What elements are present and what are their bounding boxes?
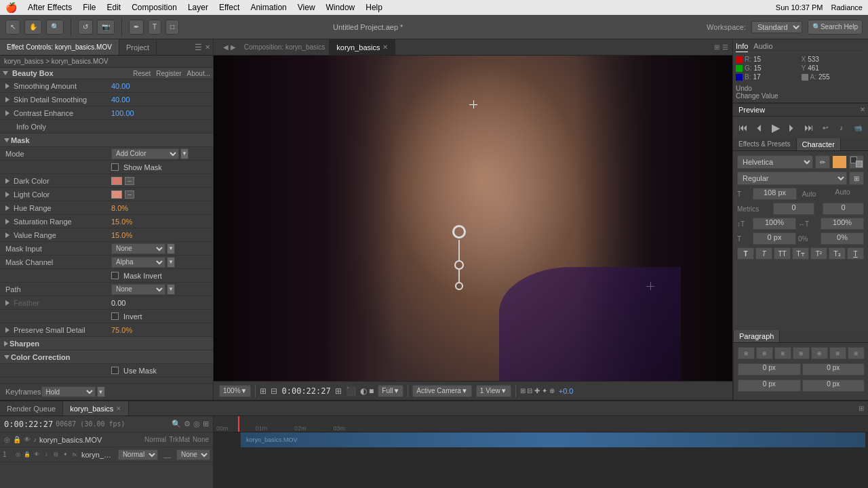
caps-btn[interactable]: TT — [774, 247, 791, 260]
italic-btn[interactable]: T — [755, 247, 772, 260]
style-select[interactable]: Regular — [737, 171, 847, 185]
preview-close[interactable]: ✕ — [857, 104, 868, 116]
layer-effects-icon[interactable]: fx — [71, 451, 79, 459]
vert-scale-value[interactable]: 100% — [753, 218, 796, 230]
preserve-value[interactable]: 75.0% — [111, 326, 210, 334]
tl-search-icon[interactable]: 🔍 — [172, 420, 181, 428]
mask-channel-select[interactable]: Alpha — [111, 257, 165, 268]
timeline-tab-close[interactable]: ✕ — [116, 405, 121, 412]
menu-view[interactable]: View — [298, 3, 315, 12]
contrast-toggle[interactable] — [5, 110, 9, 116]
layer-mode-select[interactable]: Normal — [118, 449, 158, 460]
tl-settings-icon[interactable]: ⚙ — [184, 420, 191, 428]
menu-animation[interactable]: Animation — [250, 3, 286, 12]
justify-all-btn[interactable]: ≡ — [811, 347, 828, 359]
font-color2-btn[interactable] — [849, 155, 864, 169]
layer-collapse-icon[interactable]: ⊟ — [52, 451, 60, 459]
toolbar-rotate[interactable]: ↺ — [78, 20, 93, 35]
toolbar-shape[interactable]: □ — [165, 20, 179, 35]
justify-left-btn[interactable]: ≡ — [829, 347, 846, 359]
toolbar-camera[interactable]: 📷 — [97, 20, 115, 35]
effect-reset[interactable]: Reset — [133, 70, 151, 77]
bold-btn[interactable]: T — [737, 247, 754, 260]
tab-timeline-koryn[interactable]: koryn_basics ✕ — [63, 401, 129, 415]
sub-btn[interactable]: T₂ — [829, 247, 846, 260]
next-frame-btn[interactable]: ⏵ — [786, 121, 798, 134]
pixel-icon[interactable]: ⊟ — [271, 386, 277, 396]
camera-select[interactable]: Active Camera ▼ — [412, 385, 471, 397]
indent-left-field[interactable]: 0 px — [738, 363, 801, 375]
effect-section-toggle[interactable] — [3, 71, 8, 75]
tsumi-value[interactable]: 0% — [821, 232, 864, 245]
auto-value[interactable]: Auto — [821, 188, 864, 200]
mask-toggle[interactable] — [4, 138, 9, 142]
tab-effect-controls[interactable]: Effect Controls: koryn_basics.MOV — [0, 39, 119, 55]
size-value[interactable]: 108 px — [753, 188, 797, 200]
tl-motion-blur[interactable]: ◎ — [193, 420, 200, 428]
baseline-value[interactable]: 0 px — [753, 232, 796, 245]
play-btn[interactable]: ▶ — [770, 121, 782, 134]
comp-tab-active[interactable]: koryn_basics ✕ — [330, 39, 395, 55]
comp-tab-close[interactable]: ✕ — [382, 43, 388, 51]
mask-invert-checkbox[interactable] — [111, 272, 119, 279]
menu-edit[interactable]: Edit — [106, 3, 121, 12]
metrics-value[interactable]: 0 — [773, 203, 814, 215]
val-range-toggle[interactable] — [5, 232, 9, 238]
tab-paragraph[interactable]: Paragraph — [734, 330, 780, 342]
last-frame-btn[interactable]: ⏭ — [803, 121, 815, 134]
indent-right-field[interactable]: 0 px — [802, 363, 865, 375]
view-select[interactable]: 1 View ▼ — [476, 385, 511, 397]
super-btn[interactable]: T² — [810, 247, 827, 260]
dark-color-swatch[interactable] — [111, 177, 122, 185]
quality-select[interactable]: Full ▼ — [378, 385, 403, 397]
layer-solo-icon[interactable]: ◎ — [14, 451, 22, 459]
comp-panel-menu[interactable]: ☰ — [722, 43, 728, 51]
light-color-swatch[interactable] — [111, 190, 122, 199]
layer-vis-icon[interactable]: 👁 — [33, 451, 41, 459]
search-help[interactable]: 🔍 Search Help — [808, 20, 863, 35]
keyframes-select[interactable]: Hold — [41, 386, 96, 397]
toolbar-zoom-tool[interactable]: 🔍 — [46, 20, 64, 35]
zoom-select[interactable]: 100% ▼ — [219, 385, 251, 397]
sharpen-toggle[interactable] — [4, 341, 8, 346]
mask-input-select[interactable]: None — [111, 243, 165, 254]
light-color-toggle[interactable] — [5, 192, 9, 197]
font-pencil-btn[interactable]: ✏ — [815, 155, 830, 169]
justify-btn[interactable]: ≡ — [793, 347, 810, 359]
val-range-value[interactable]: 15.0% — [111, 231, 210, 239]
underline-btn[interactable]: T — [847, 247, 864, 260]
ram-preview-btn[interactable]: 📹 — [852, 121, 864, 134]
tl-3d[interactable]: ⊞ — [203, 420, 209, 428]
align-left-btn[interactable]: ≡ — [738, 347, 755, 359]
dark-color-minus[interactable]: – — [125, 177, 134, 185]
tab-project[interactable]: Project — [119, 39, 157, 55]
invert-checkbox[interactable] — [111, 312, 119, 320]
panel-menu-icon[interactable]: ☰ — [195, 43, 202, 52]
tab-audio[interactable]: Audio — [753, 42, 772, 52]
tab-character[interactable]: Character — [797, 138, 841, 150]
menu-layer[interactable]: Layer — [188, 3, 208, 12]
prev-frame-btn[interactable]: ⏴ — [753, 121, 766, 134]
cc-toggle[interactable] — [4, 355, 9, 359]
frame-icon[interactable]: ⊞ — [260, 386, 267, 396]
loop-btn[interactable]: ↩ — [819, 121, 831, 134]
space-after-field[interactable]: 0 px — [802, 380, 865, 392]
toolbar-text[interactable]: T — [148, 20, 161, 35]
smoothing-amount-value[interactable]: 40.00 — [111, 82, 210, 90]
layer-audio-icon[interactable]: ♪ — [42, 451, 50, 459]
smoothing-toggle[interactable] — [5, 83, 9, 89]
apple-menu[interactable]: 🍎 — [5, 2, 17, 13]
hue-range-toggle[interactable] — [5, 205, 9, 211]
horiz-scale-value[interactable]: 100% — [821, 218, 864, 230]
preserve-toggle[interactable] — [5, 327, 9, 333]
menu-composition[interactable]: Composition — [132, 3, 177, 12]
menu-file[interactable]: File — [83, 3, 96, 12]
menu-window[interactable]: Window — [326, 3, 355, 12]
font-select[interactable]: Helvetica — [737, 155, 813, 169]
skin-detail-toggle[interactable] — [5, 97, 9, 102]
layer-lock-icon[interactable]: 🔒 — [23, 451, 31, 459]
dark-color-toggle[interactable] — [5, 178, 9, 184]
justify-right-btn[interactable]: ≡ — [848, 347, 865, 359]
skin-detail-value[interactable]: 40.00 — [111, 96, 210, 104]
tab-render-queue[interactable]: Render Queue — [0, 401, 63, 415]
